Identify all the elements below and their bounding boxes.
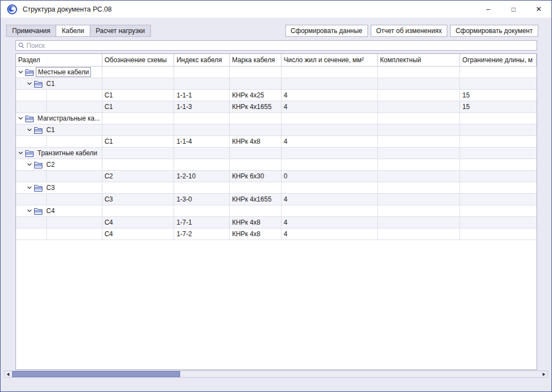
tab-notes[interactable]: Примечания: [6, 25, 56, 37]
cell[interactable]: [282, 124, 378, 136]
cell[interactable]: КНРк 6х30: [230, 171, 282, 182]
cell[interactable]: [282, 113, 378, 124]
cell[interactable]: 1-1-3: [174, 101, 230, 113]
chevron-down-icon[interactable]: [18, 70, 23, 74]
tree-group-row[interactable]: C1: [16, 124, 537, 136]
cell[interactable]: [378, 78, 461, 90]
cell[interactable]: [282, 148, 378, 159]
column-header-scheme[interactable]: Обозначение схемы: [102, 54, 175, 67]
tree-cell[interactable]: [16, 90, 102, 101]
tree-group-row[interactable]: C4: [16, 205, 537, 217]
maximize-button[interactable]: □: [501, 1, 526, 18]
cell[interactable]: [102, 113, 175, 124]
table-row[interactable]: C11-1-3КНРк 4х1655415: [16, 101, 537, 113]
tab-cables[interactable]: Кабели: [56, 25, 90, 37]
cell[interactable]: C1: [102, 136, 175, 148]
tree-cell[interactable]: C2: [16, 159, 102, 171]
cell[interactable]: 0: [282, 171, 378, 182]
cell[interactable]: 1-7-1: [174, 217, 230, 228]
cell[interactable]: [378, 182, 461, 194]
table-row[interactable]: C11-1-4КНРк 4х84: [16, 136, 537, 148]
cell[interactable]: 15: [460, 101, 537, 113]
cell[interactable]: C4: [102, 228, 175, 240]
cell[interactable]: [282, 67, 378, 78]
tree-cell[interactable]: [16, 101, 102, 113]
cell[interactable]: [378, 205, 461, 217]
table-row[interactable]: C41-7-2КНРк 4х84: [16, 228, 537, 240]
cell[interactable]: 4: [282, 101, 378, 113]
cell[interactable]: [102, 205, 175, 217]
table-row[interactable]: C11-1-1КНРк 4х25415: [16, 90, 537, 101]
cell[interactable]: [282, 159, 378, 171]
cell[interactable]: [174, 67, 230, 78]
scrollbar-thumb[interactable]: [12, 371, 180, 377]
chevron-down-icon[interactable]: [18, 151, 23, 155]
tree-group-row[interactable]: Магистральные ка...: [16, 113, 537, 124]
cell[interactable]: [282, 78, 378, 90]
cell[interactable]: [460, 205, 537, 217]
cell[interactable]: [460, 136, 537, 148]
cell[interactable]: [102, 124, 175, 136]
close-button[interactable]: ✕: [526, 1, 551, 18]
cell[interactable]: [102, 159, 175, 171]
cell[interactable]: [378, 113, 461, 124]
chevron-down-icon[interactable]: [27, 209, 32, 213]
cell[interactable]: 1-1-1: [174, 90, 230, 101]
cell[interactable]: [460, 217, 537, 228]
cell[interactable]: 4: [282, 228, 378, 240]
cell[interactable]: [174, 78, 230, 90]
horizontal-scrollbar[interactable]: [4, 371, 548, 378]
cell[interactable]: [102, 182, 175, 194]
scroll-left-button[interactable]: [4, 371, 12, 377]
cell[interactable]: [378, 148, 461, 159]
cell[interactable]: [282, 182, 378, 194]
cell[interactable]: [378, 194, 461, 205]
cell[interactable]: КНРк 4х8: [230, 136, 282, 148]
cell[interactable]: [378, 67, 461, 78]
cell[interactable]: [460, 113, 537, 124]
tree-group-row[interactable]: C3: [16, 182, 537, 194]
scroll-right-button[interactable]: [540, 371, 548, 377]
tree-group-row[interactable]: C1: [16, 78, 537, 90]
cell[interactable]: 1-1-4: [174, 136, 230, 148]
cell[interactable]: C1: [102, 90, 175, 101]
cell[interactable]: [460, 67, 537, 78]
tree-group-row[interactable]: Транзитные кабели: [16, 148, 537, 159]
cell[interactable]: КНРк 4х8: [230, 228, 282, 240]
column-header-mark[interactable]: Марка кабеля: [230, 54, 282, 67]
tree-group-row[interactable]: Местные кабели: [16, 67, 537, 78]
tree-cell[interactable]: Транзитные кабели: [16, 148, 102, 159]
cell[interactable]: C4: [102, 217, 175, 228]
tree-cell[interactable]: [16, 194, 102, 205]
cell[interactable]: [460, 228, 537, 240]
tree-cell[interactable]: [16, 171, 102, 182]
cell[interactable]: [174, 205, 230, 217]
cell[interactable]: 4: [282, 194, 378, 205]
tree-cell[interactable]: C1: [16, 124, 102, 136]
cell[interactable]: [174, 113, 230, 124]
column-header-cores[interactable]: Число жил и сечение, мм²: [282, 54, 378, 67]
cell[interactable]: [460, 148, 537, 159]
cell[interactable]: [230, 205, 282, 217]
tree-cell[interactable]: C1: [16, 78, 102, 90]
cell[interactable]: [460, 171, 537, 182]
generate-document-button[interactable]: Сформировать документ: [450, 25, 538, 37]
cell[interactable]: [230, 124, 282, 136]
cell[interactable]: КНРк 4х25: [230, 90, 282, 101]
cell[interactable]: [174, 182, 230, 194]
cell[interactable]: [230, 148, 282, 159]
cell[interactable]: C1: [102, 101, 175, 113]
changes-report-button[interactable]: Отчет об изменениях: [371, 25, 447, 37]
table-row[interactable]: C41-7-1КНРк 4х84: [16, 217, 537, 228]
cell[interactable]: [378, 171, 461, 182]
column-header-index[interactable]: Индекс кабеля: [174, 54, 230, 67]
tree-cell[interactable]: C4: [16, 205, 102, 217]
scrollbar-track[interactable]: [12, 371, 540, 377]
tree-cell[interactable]: [16, 228, 102, 240]
cell[interactable]: [378, 228, 461, 240]
cell[interactable]: [102, 148, 175, 159]
chevron-down-icon[interactable]: [27, 186, 32, 189]
table-row[interactable]: C31-3-0КНРк 4х16554: [16, 194, 537, 205]
generate-data-button[interactable]: Сформировать данные: [285, 25, 368, 37]
minimize-button[interactable]: –: [475, 1, 501, 18]
